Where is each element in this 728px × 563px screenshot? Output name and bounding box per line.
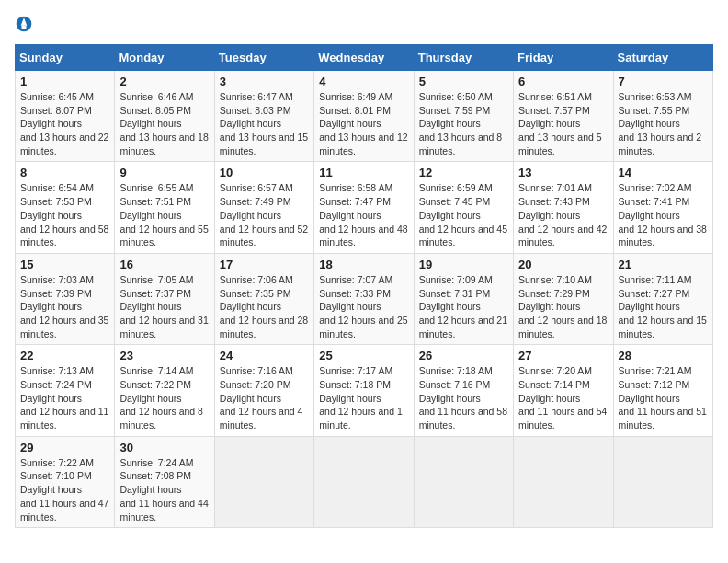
table-row: 13Sunrise: 7:01 AMSunset: 7:43 PMDayligh… — [514, 162, 613, 253]
table-row: 15Sunrise: 7:03 AMSunset: 7:39 PMDayligh… — [16, 253, 115, 344]
day-number: 3 — [220, 75, 309, 88]
day-info: Sunrise: 7:20 AMSunset: 7:14 PMDaylight … — [518, 365, 607, 431]
day-info: Sunrise: 7:07 AMSunset: 7:33 PMDaylight … — [319, 274, 407, 339]
table-row: 20Sunrise: 7:10 AMSunset: 7:29 PMDayligh… — [514, 253, 613, 344]
day-info: Sunrise: 6:58 AMSunset: 7:47 PMDaylight … — [319, 182, 407, 247]
day-info: Sunrise: 6:50 AMSunset: 7:59 PMDaylight … — [419, 91, 503, 156]
table-row: 21Sunrise: 7:11 AMSunset: 7:27 PMDayligh… — [613, 253, 712, 344]
day-number: 7 — [619, 75, 708, 88]
day-info: Sunrise: 7:18 AMSunset: 7:16 PMDaylight … — [419, 365, 507, 431]
table-row: 8Sunrise: 6:54 AMSunset: 7:53 PMDaylight… — [16, 162, 115, 253]
day-info: Sunrise: 7:22 AMSunset: 7:10 PMDaylight … — [20, 457, 108, 523]
calendar-table: Sunday Monday Tuesday Wednesday Thursday… — [15, 44, 713, 528]
table-row: 22Sunrise: 7:13 AMSunset: 7:24 PMDayligh… — [16, 345, 115, 436]
svg-rect-2 — [22, 26, 27, 29]
day-number: 1 — [20, 75, 109, 88]
logo-icon — [15, 15, 33, 33]
day-info: Sunrise: 7:24 AMSunset: 7:08 PMDaylight … — [119, 457, 208, 523]
table-row: 26Sunrise: 7:18 AMSunset: 7:16 PMDayligh… — [414, 345, 513, 436]
day-number: 19 — [419, 258, 508, 271]
day-info: Sunrise: 7:02 AMSunset: 7:41 PMDaylight … — [619, 182, 707, 247]
day-number: 11 — [319, 166, 408, 179]
day-number: 4 — [319, 75, 408, 88]
table-row: 6Sunrise: 6:51 AMSunset: 7:57 PMDaylight… — [514, 71, 613, 162]
day-number: 13 — [518, 166, 608, 179]
day-info: Sunrise: 7:14 AMSunset: 7:22 PMDaylight … — [119, 365, 203, 431]
table-row: 3Sunrise: 6:47 AMSunset: 8:03 PMDaylight… — [214, 71, 313, 162]
day-info: Sunrise: 6:45 AMSunset: 8:07 PMDaylight … — [20, 91, 108, 156]
day-number: 18 — [319, 258, 408, 271]
table-row: 5Sunrise: 6:50 AMSunset: 7:59 PMDaylight… — [414, 71, 513, 162]
table-row: 16Sunrise: 7:05 AMSunset: 7:37 PMDayligh… — [115, 253, 214, 344]
day-info: Sunrise: 7:17 AMSunset: 7:18 PMDaylight … — [319, 365, 403, 431]
day-number: 15 — [20, 258, 109, 271]
table-row: 12Sunrise: 6:59 AMSunset: 7:45 PMDayligh… — [414, 162, 513, 253]
day-number: 2 — [119, 75, 209, 88]
day-number: 22 — [20, 349, 109, 362]
day-number: 12 — [419, 166, 508, 179]
day-info: Sunrise: 6:46 AMSunset: 8:05 PMDaylight … — [119, 91, 208, 156]
day-number: 10 — [220, 166, 309, 179]
calendar-week-row: 1Sunrise: 6:45 AMSunset: 8:07 PMDaylight… — [16, 71, 713, 162]
table-row — [314, 436, 414, 527]
day-info: Sunrise: 7:11 AMSunset: 7:27 PMDaylight … — [619, 274, 707, 339]
day-number: 17 — [220, 258, 309, 271]
calendar-week-row: 15Sunrise: 7:03 AMSunset: 7:39 PMDayligh… — [16, 253, 713, 344]
day-info: Sunrise: 7:21 AMSunset: 7:12 PMDaylight … — [619, 365, 707, 431]
header-tuesday: Tuesday — [214, 45, 313, 71]
table-row: 23Sunrise: 7:14 AMSunset: 7:22 PMDayligh… — [115, 345, 214, 436]
header-thursday: Thursday — [414, 45, 513, 71]
day-number: 9 — [119, 166, 209, 179]
day-info: Sunrise: 6:55 AMSunset: 7:51 PMDaylight … — [119, 182, 208, 247]
day-info: Sunrise: 7:16 AMSunset: 7:20 PMDaylight … — [220, 365, 303, 431]
day-number: 25 — [319, 349, 408, 362]
day-info: Sunrise: 7:05 AMSunset: 7:37 PMDaylight … — [119, 274, 208, 339]
table-row: 28Sunrise: 7:21 AMSunset: 7:12 PMDayligh… — [613, 345, 712, 436]
day-info: Sunrise: 7:01 AMSunset: 7:43 PMDaylight … — [518, 182, 607, 247]
table-row: 9Sunrise: 6:55 AMSunset: 7:51 PMDaylight… — [115, 162, 214, 253]
day-info: Sunrise: 7:10 AMSunset: 7:29 PMDaylight … — [518, 274, 607, 339]
day-info: Sunrise: 7:13 AMSunset: 7:24 PMDaylight … — [20, 365, 108, 431]
day-info: Sunrise: 6:47 AMSunset: 8:03 PMDaylight … — [220, 91, 308, 156]
table-row: 1Sunrise: 6:45 AMSunset: 8:07 PMDaylight… — [16, 71, 115, 162]
table-row: 27Sunrise: 7:20 AMSunset: 7:14 PMDayligh… — [514, 345, 613, 436]
day-number: 26 — [419, 349, 508, 362]
day-number: 14 — [619, 166, 708, 179]
day-info: Sunrise: 7:06 AMSunset: 7:35 PMDaylight … — [220, 274, 308, 339]
day-info: Sunrise: 6:54 AMSunset: 7:53 PMDaylight … — [20, 182, 108, 247]
day-number: 21 — [619, 258, 708, 271]
page-header — [15, 15, 713, 33]
day-number: 24 — [220, 349, 309, 362]
table-row — [514, 436, 613, 527]
table-row: 17Sunrise: 7:06 AMSunset: 7:35 PMDayligh… — [214, 253, 313, 344]
day-number: 28 — [619, 349, 708, 362]
header-sunday: Sunday — [16, 45, 115, 71]
table-row — [414, 436, 513, 527]
table-row: 10Sunrise: 6:57 AMSunset: 7:49 PMDayligh… — [214, 162, 313, 253]
day-number: 29 — [20, 441, 109, 454]
day-info: Sunrise: 7:03 AMSunset: 7:39 PMDaylight … — [20, 274, 108, 339]
day-number: 16 — [119, 258, 209, 271]
table-row: 14Sunrise: 7:02 AMSunset: 7:41 PMDayligh… — [613, 162, 712, 253]
day-number: 20 — [518, 258, 608, 271]
table-row: 30Sunrise: 7:24 AMSunset: 7:08 PMDayligh… — [115, 436, 214, 527]
table-row: 29Sunrise: 7:22 AMSunset: 7:10 PMDayligh… — [16, 436, 115, 527]
table-row: 25Sunrise: 7:17 AMSunset: 7:18 PMDayligh… — [314, 345, 414, 436]
day-info: Sunrise: 6:53 AMSunset: 7:55 PMDaylight … — [619, 91, 702, 156]
table-row — [214, 436, 313, 527]
logo — [15, 15, 37, 33]
table-row: 18Sunrise: 7:07 AMSunset: 7:33 PMDayligh… — [314, 253, 414, 344]
table-row: 7Sunrise: 6:53 AMSunset: 7:55 PMDaylight… — [613, 71, 712, 162]
table-row: 4Sunrise: 6:49 AMSunset: 8:01 PMDaylight… — [314, 71, 414, 162]
weekday-header-row: Sunday Monday Tuesday Wednesday Thursday… — [16, 45, 713, 71]
day-number: 23 — [119, 349, 209, 362]
day-number: 8 — [20, 166, 109, 179]
day-number: 5 — [419, 75, 508, 88]
header-friday: Friday — [514, 45, 613, 71]
day-info: Sunrise: 7:09 AMSunset: 7:31 PMDaylight … — [419, 274, 507, 339]
day-info: Sunrise: 6:49 AMSunset: 8:01 PMDaylight … — [319, 91, 407, 156]
day-info: Sunrise: 6:51 AMSunset: 7:57 PMDaylight … — [518, 91, 602, 156]
day-number: 6 — [518, 75, 608, 88]
day-number: 30 — [119, 441, 209, 454]
table-row: 11Sunrise: 6:58 AMSunset: 7:47 PMDayligh… — [314, 162, 414, 253]
